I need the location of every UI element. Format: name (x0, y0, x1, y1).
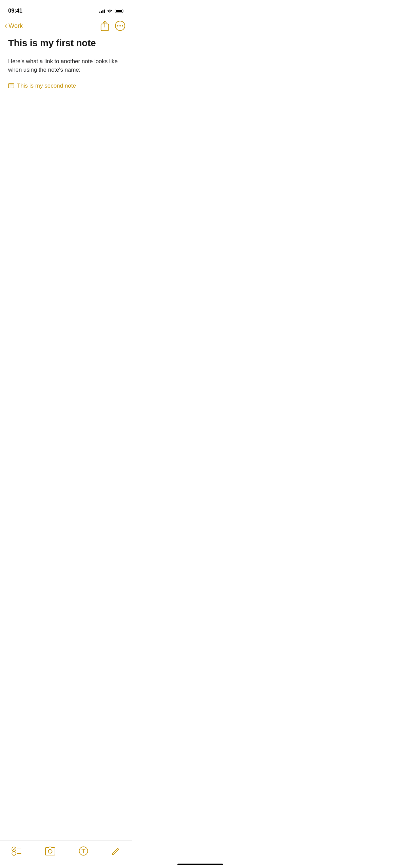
status-time: 09:41 (8, 7, 22, 14)
back-chevron-icon: ‹ (5, 22, 7, 30)
nav-actions (100, 20, 126, 31)
note-link-icon (8, 83, 14, 88)
signal-bars-icon (99, 9, 105, 13)
share-button[interactable] (100, 21, 109, 31)
battery-icon (115, 9, 124, 13)
note-title: This is my first note (8, 37, 124, 49)
share-icon (100, 21, 109, 31)
note-link-text: This is my second note (17, 83, 76, 89)
svg-point-3 (119, 25, 121, 26)
nav-bar: ‹ Work (0, 17, 132, 35)
more-icon (115, 20, 126, 31)
back-button[interactable]: ‹ Work (5, 22, 23, 30)
status-bar: 09:41 (0, 0, 132, 17)
note-body: Here's what a link to another note looks… (8, 57, 124, 74)
back-label: Work (8, 22, 23, 30)
wifi-icon (107, 9, 113, 13)
note-link[interactable]: This is my second note (8, 83, 124, 89)
svg-point-4 (122, 25, 123, 26)
note-content: This is my first note Here's what a link… (0, 35, 132, 97)
more-button[interactable] (115, 20, 126, 31)
svg-point-2 (117, 25, 118, 26)
status-icons (99, 9, 125, 13)
